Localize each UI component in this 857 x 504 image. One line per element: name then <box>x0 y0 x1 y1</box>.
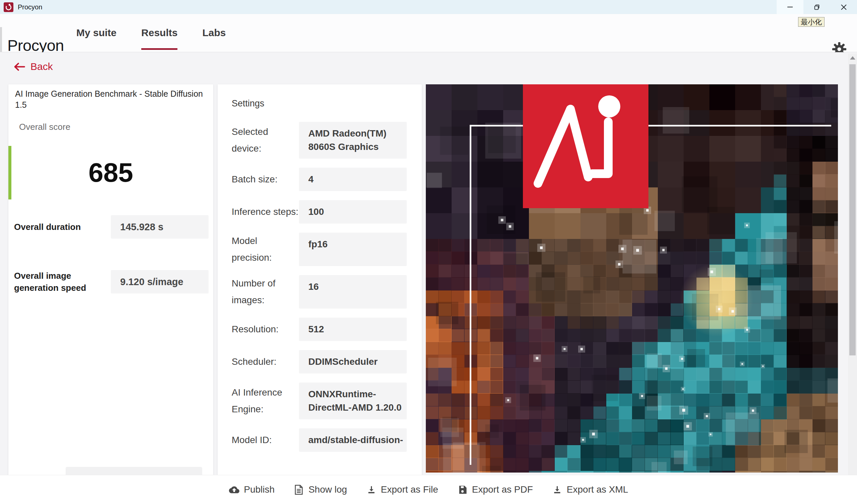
settings-row: Resolution:512 <box>218 318 407 341</box>
export-as-file-button[interactable]: Export as File <box>367 484 438 495</box>
settings-row: Inference steps:100 <box>218 200 407 223</box>
close-button[interactable] <box>830 0 857 14</box>
settings-title: Settings <box>232 98 265 109</box>
settings-value: fp16 <box>299 233 407 266</box>
minimize-tooltip: 最小化 <box>798 17 825 27</box>
vertical-scrollbar[interactable] <box>848 53 857 475</box>
settings-card: Settings Selected device:AMD Radeon(TM) … <box>218 84 422 475</box>
publish-button[interactable]: Publish <box>229 484 275 495</box>
settings-value: ONNXRuntime-DirectML-AMD 1.20.0 <box>299 383 407 419</box>
action-label: Show log <box>308 484 347 495</box>
settings-value: AMD Radeon(TM) 8060S Graphics <box>299 122 407 158</box>
nav-left-scroll-sliver <box>0 27 2 52</box>
settings-row: Number of images:16 <box>218 275 407 308</box>
scrollbar-thumb[interactable] <box>849 64 856 355</box>
metric-row: Overall duration145.928 s <box>9 215 213 239</box>
settings-row: Scheduler:DDIMScheduler <box>218 350 407 373</box>
restore-icon <box>813 4 821 11</box>
nav-tab-labs[interactable]: Labs <box>202 16 225 50</box>
hero-frame-left-line <box>470 125 471 465</box>
metric-value: 145.928 s <box>111 215 208 239</box>
settings-label: Inference steps: <box>232 203 299 220</box>
procyon-app-window: Procyon 最小化 Procyon My suiteResultsL <box>0 0 857 504</box>
arrow-left-icon <box>13 62 26 71</box>
benchmark-title: AI Image Generation Benchmark - Stable D… <box>15 88 211 111</box>
settings-label: Resolution: <box>232 321 299 338</box>
nav-tab-my-suite[interactable]: My suite <box>76 16 117 50</box>
scrollbar-up-arrow-icon[interactable] <box>850 56 855 60</box>
settings-value: 4 <box>299 168 407 191</box>
settings-label: AI Inference Engine: <box>232 384 299 418</box>
restore-button[interactable] <box>803 0 830 14</box>
show-log-icon <box>294 485 304 495</box>
settings-value: DDIMScheduler <box>299 350 407 373</box>
overall-score-value: 685 <box>9 146 213 200</box>
action-label: Export as File <box>381 484 438 495</box>
main-nav: Procyon My suiteResultsLabs <box>0 14 857 52</box>
brand-wordmark: Procyon <box>7 37 64 53</box>
export-pdf-icon <box>458 485 467 494</box>
settings-value: amd/stable-diffusion- <box>299 429 407 452</box>
action-label: Publish <box>244 484 275 495</box>
metric-label: Overall image generation speed <box>14 270 105 294</box>
settings-row: Model ID:amd/stable-diffusion- <box>218 429 407 452</box>
settings-row: AI Inference Engine:ONNXRuntime-DirectML… <box>218 383 407 419</box>
action-bar: PublishShow logExport as FileExport as P… <box>0 475 857 504</box>
settings-row: Model precision:fp16 <box>218 233 407 266</box>
settings-value: 16 <box>299 275 407 308</box>
partially-scrolled-box <box>66 467 202 475</box>
export-file-icon <box>367 485 376 495</box>
settings-label: Model ID: <box>232 432 299 449</box>
results-content: Back AI Image Generation Benchmark - Sta… <box>0 52 857 475</box>
overall-score-label: Overall score <box>19 122 70 132</box>
settings-value: 512 <box>299 318 407 341</box>
settings-row: Selected device:AMD Radeon(TM) 8060S Gra… <box>218 122 407 158</box>
show-log-button[interactable]: Show log <box>294 484 347 495</box>
publish-cloud-icon <box>229 485 239 495</box>
metric-label: Overall duration <box>14 221 105 233</box>
settings-label: Number of images: <box>232 275 299 308</box>
metric-value: 9.120 s/image <box>111 270 208 293</box>
back-label: Back <box>31 61 53 72</box>
minimize-icon <box>787 7 793 7</box>
settings-label: Model precision: <box>232 233 299 266</box>
settings-value: 100 <box>299 200 407 223</box>
settings-row: Batch size:4 <box>218 168 407 191</box>
minimize-button[interactable] <box>777 0 803 14</box>
action-label: Export as PDF <box>472 484 533 495</box>
window-titlebar: Procyon <box>0 0 857 14</box>
metric-row: Overall image generation speed9.120 s/im… <box>9 270 213 294</box>
export-as-xml-button[interactable]: Export as XML <box>552 484 628 495</box>
export-xml-icon <box>552 485 562 495</box>
result-card: AI Image Generation Benchmark - Stable D… <box>9 84 213 475</box>
hero-image <box>426 84 838 472</box>
action-label: Export as XML <box>567 484 628 495</box>
ul-logo-icon <box>4 2 13 12</box>
window-title: Procyon <box>18 3 42 11</box>
nav-tab-results[interactable]: Results <box>141 16 178 50</box>
back-button[interactable]: Back <box>13 61 53 72</box>
settings-label: Selected device: <box>232 123 299 157</box>
procyon-app-icon <box>4 2 13 12</box>
close-icon <box>840 4 847 11</box>
export-as-pdf-button[interactable]: Export as PDF <box>458 484 533 495</box>
procyon-ai-logo <box>523 84 649 208</box>
settings-label: Batch size: <box>232 171 299 188</box>
settings-label: Scheduler: <box>232 353 299 370</box>
